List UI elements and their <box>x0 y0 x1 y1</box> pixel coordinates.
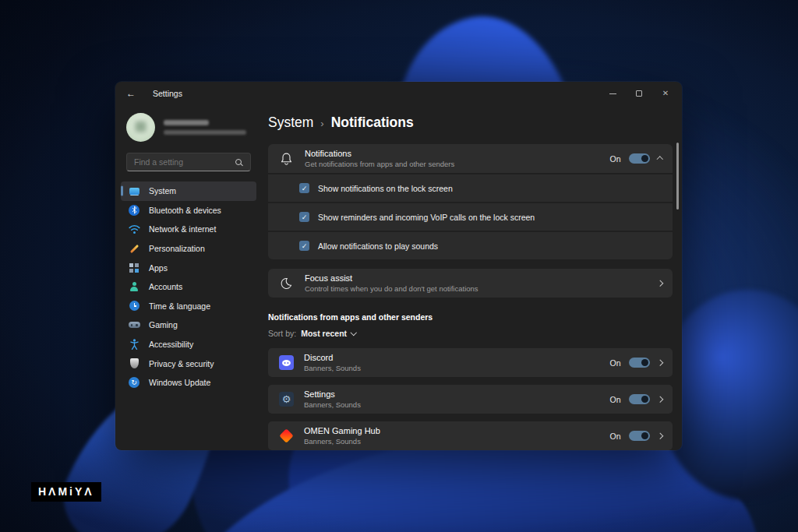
main-content: System › Notifications Notifications Get… <box>268 105 673 450</box>
notifications-toggle[interactable] <box>629 153 650 164</box>
app-row-discord[interactable]: Discord Banners, Sounds On <box>268 348 673 377</box>
settings-window: ← Settings ✕ <box>115 82 682 450</box>
user-email-blurred <box>164 130 246 135</box>
update-icon: ↻ <box>128 376 140 389</box>
chevron-up-icon[interactable] <box>656 157 662 163</box>
app-types: Banners, Sounds <box>304 437 380 446</box>
app-name: Settings <box>304 389 361 399</box>
sidebar-item-label: Gaming <box>149 320 178 329</box>
scrollbar-thumb[interactable] <box>676 143 679 210</box>
bell-icon <box>279 152 293 166</box>
chevron-right-icon <box>656 433 662 439</box>
chevron-right-icon <box>656 396 662 403</box>
moon-icon <box>279 277 293 290</box>
accessibility-icon <box>128 338 140 351</box>
row-subtitle: Get notifications from apps and other se… <box>305 160 454 168</box>
sidebar-item-system[interactable]: System <box>121 181 256 201</box>
focus-assist-row[interactable]: Focus assist Control times when you do a… <box>268 269 673 298</box>
clock-icon <box>128 300 140 312</box>
app-name: OMEN Gaming Hub <box>304 426 380 435</box>
sidebar-item-bluetooth-devices[interactable]: Bluetooth & devices <box>121 201 256 220</box>
chevron-down-icon <box>351 329 357 336</box>
toggle-state-label: On <box>609 432 620 441</box>
brand-watermark: HΛMiYΛ <box>31 482 101 502</box>
bluetooth-icon <box>128 204 140 217</box>
apps-section-header: Notifications from apps and other sender… <box>268 312 673 322</box>
sidebar-item-label: Privacy & security <box>149 359 214 368</box>
profile-text-redacted <box>164 120 246 135</box>
sidebar: System Bluetooth & devices <box>115 105 262 450</box>
row-subtitle: Control times when you do and don't get … <box>305 284 478 293</box>
option-row-reminders-voip[interactable]: ✓ Show reminders and incoming VoIP calls… <box>268 203 673 231</box>
sidebar-item-label: Apps <box>149 263 168 273</box>
app-name: Discord <box>304 353 361 362</box>
omen-toggle[interactable] <box>629 431 650 441</box>
notifications-expander: Notifications Get notifications from app… <box>268 144 673 259</box>
option-row-lock-screen[interactable]: ✓ Show notifications on the lock screen <box>268 174 673 202</box>
back-icon[interactable]: ← <box>126 89 137 98</box>
option-label: Allow notifications to play sounds <box>318 241 438 251</box>
sort-by-dropdown[interactable]: Sort by: Most recent <box>268 329 673 338</box>
window-controls: ✕ <box>599 82 679 105</box>
sidebar-item-label: Windows Update <box>149 378 210 387</box>
option-label: Show reminders and incoming VoIP calls o… <box>318 213 535 222</box>
desktop: HΛMiYΛ ← Settings ✕ <box>0 0 798 532</box>
sidebar-item-label: Accessibility <box>149 340 193 349</box>
sidebar-item-label: Time & language <box>149 301 210 311</box>
page-title: Notifications <box>331 115 414 131</box>
gamepad-icon <box>128 319 140 331</box>
option-label: Show notifications on the lock screen <box>318 184 453 193</box>
app-types: Banners, Sounds <box>304 364 361 372</box>
sidebar-item-network-internet[interactable]: Network & internet <box>121 220 256 239</box>
minimize-icon <box>609 93 616 94</box>
sidebar-item-accounts[interactable]: Accounts <box>121 277 256 297</box>
shield-icon <box>128 358 140 370</box>
app-row-omen-gaming-hub[interactable]: OMEN Gaming Hub Banners, Sounds On <box>268 421 673 450</box>
close-icon: ✕ <box>662 90 669 97</box>
sidebar-item-label: Bluetooth & devices <box>149 206 221 215</box>
sidebar-item-label: System <box>149 186 176 196</box>
search-input[interactable] <box>134 157 235 167</box>
user-name-blurred <box>164 120 209 125</box>
sidebar-item-gaming[interactable]: Gaming <box>121 315 256 335</box>
close-button[interactable]: ✕ <box>652 82 679 105</box>
breadcrumb: System › Notifications <box>268 115 673 131</box>
maximize-icon <box>636 90 642 97</box>
chevron-right-icon <box>656 280 662 287</box>
row-title: Focus assist <box>305 273 478 283</box>
search-box[interactable] <box>126 153 251 171</box>
toggle-state-label: On <box>609 358 620 368</box>
checkbox-checked[interactable]: ✓ <box>299 212 309 222</box>
option-row-play-sounds[interactable]: ✓ Allow notifications to play sounds <box>268 232 673 259</box>
notifications-master-row[interactable]: Notifications Get notifications from app… <box>268 144 673 173</box>
settings-toggle[interactable] <box>629 394 650 404</box>
omen-icon <box>279 428 294 443</box>
discord-toggle[interactable] <box>629 358 650 368</box>
chevron-right-icon <box>656 360 662 366</box>
brush-icon <box>128 242 140 255</box>
maximize-button[interactable] <box>626 82 652 105</box>
row-title: Notifications <box>305 149 454 158</box>
toggle-state-label: On <box>609 395 620 404</box>
user-profile[interactable] <box>115 105 262 153</box>
sidebar-item-privacy-security[interactable]: Privacy & security <box>121 354 256 373</box>
minimize-button[interactable] <box>599 82 626 105</box>
sidebar-item-personalization[interactable]: Personalization <box>121 239 256 259</box>
checkbox-checked[interactable]: ✓ <box>299 241 309 251</box>
sidebar-item-time-language[interactable]: Time & language <box>121 297 256 316</box>
sidebar-item-windows-update[interactable]: ↻ Windows Update <box>121 373 256 393</box>
checkbox-checked[interactable]: ✓ <box>299 183 309 193</box>
sort-by-label: Sort by: <box>268 329 296 338</box>
search-icon <box>235 159 242 165</box>
sidebar-item-label: Accounts <box>149 282 182 291</box>
toggle-state-label: On <box>609 154 620 164</box>
app-types: Banners, Sounds <box>304 400 361 409</box>
sidebar-item-accessibility[interactable]: Accessibility <box>121 335 256 354</box>
sidebar-item-apps[interactable]: Apps <box>121 258 256 277</box>
app-row-settings[interactable]: ⚙ Settings Banners, Sounds On <box>268 385 673 414</box>
settings-gear-icon: ⚙ <box>279 392 294 407</box>
person-icon <box>128 280 140 293</box>
breadcrumb-parent[interactable]: System <box>268 115 313 131</box>
discord-icon <box>279 355 294 370</box>
sidebar-item-label: Network & internet <box>149 224 216 234</box>
